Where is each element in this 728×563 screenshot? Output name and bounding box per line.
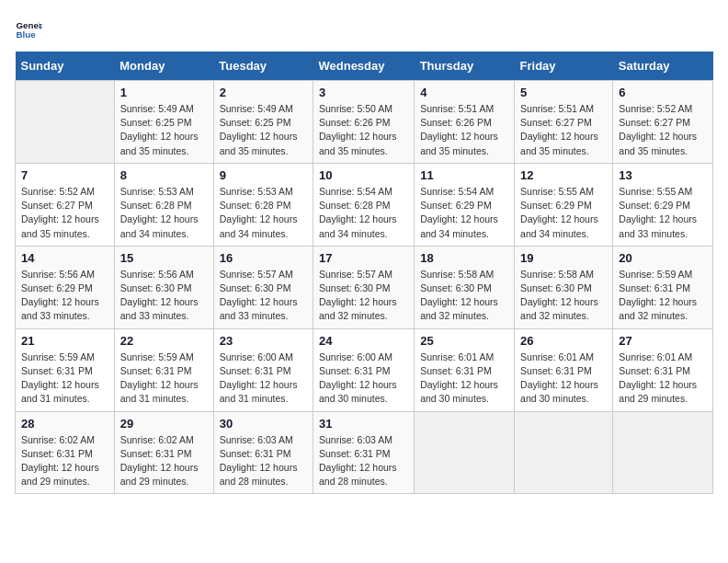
calendar-cell: 25Sunrise: 6:01 AM Sunset: 6:31 PM Dayli… xyxy=(415,328,515,411)
day-number: 6 xyxy=(619,86,707,99)
calendar-cell: 29Sunrise: 6:02 AM Sunset: 6:31 PM Dayli… xyxy=(114,411,213,494)
calendar-header-row: SundayMondayTuesdayWednesdayThursdayFrid… xyxy=(16,52,713,81)
calendar-cell: 16Sunrise: 5:57 AM Sunset: 6:30 PM Dayli… xyxy=(213,246,313,328)
day-info: Sunrise: 6:00 AM Sunset: 6:31 PM Dayligh… xyxy=(319,350,408,407)
day-number: 23 xyxy=(220,334,307,348)
calendar-cell: 19Sunrise: 5:58 AM Sunset: 6:30 PM Dayli… xyxy=(515,246,613,328)
day-info: Sunrise: 5:59 AM Sunset: 6:31 PM Dayligh… xyxy=(21,350,108,407)
day-info: Sunrise: 5:50 AM Sunset: 6:26 PM Dayligh… xyxy=(319,102,408,158)
day-number: 4 xyxy=(420,86,508,99)
calendar-cell: 20Sunrise: 5:59 AM Sunset: 6:31 PM Dayli… xyxy=(613,246,713,328)
day-number: 16 xyxy=(220,251,307,265)
day-info: Sunrise: 5:54 AM Sunset: 6:28 PM Dayligh… xyxy=(319,185,408,241)
day-number: 1 xyxy=(120,86,208,99)
calendar-week-row: 28Sunrise: 6:02 AM Sunset: 6:31 PM Dayli… xyxy=(16,411,713,494)
calendar-header-sunday: Sunday xyxy=(16,52,115,81)
calendar-cell: 28Sunrise: 6:02 AM Sunset: 6:31 PM Dayli… xyxy=(16,411,115,494)
calendar-header-thursday: Thursday xyxy=(415,52,515,81)
day-info: Sunrise: 5:51 AM Sunset: 6:27 PM Dayligh… xyxy=(520,102,607,158)
day-number: 2 xyxy=(220,86,307,99)
calendar-header-tuesday: Tuesday xyxy=(213,52,313,81)
calendar-week-row: 14Sunrise: 5:56 AM Sunset: 6:29 PM Dayli… xyxy=(16,246,713,328)
day-info: Sunrise: 5:51 AM Sunset: 6:26 PM Dayligh… xyxy=(420,102,508,158)
day-info: Sunrise: 5:58 AM Sunset: 6:30 PM Dayligh… xyxy=(420,268,508,324)
calendar-week-row: 7Sunrise: 5:52 AM Sunset: 6:27 PM Daylig… xyxy=(16,163,713,246)
calendar-cell: 4Sunrise: 5:51 AM Sunset: 6:26 PM Daylig… xyxy=(415,81,515,164)
day-number: 11 xyxy=(420,168,508,182)
day-info: Sunrise: 5:52 AM Sunset: 6:27 PM Dayligh… xyxy=(21,185,108,241)
day-number: 10 xyxy=(319,168,408,182)
day-number: 25 xyxy=(420,334,508,348)
calendar-cell: 7Sunrise: 5:52 AM Sunset: 6:27 PM Daylig… xyxy=(16,163,115,246)
calendar-cell: 21Sunrise: 5:59 AM Sunset: 6:31 PM Dayli… xyxy=(16,328,115,411)
day-info: Sunrise: 6:02 AM Sunset: 6:31 PM Dayligh… xyxy=(120,433,208,489)
calendar-cell: 22Sunrise: 5:59 AM Sunset: 6:31 PM Dayli… xyxy=(114,328,213,411)
day-number: 14 xyxy=(21,251,108,265)
day-number: 5 xyxy=(520,86,607,99)
day-number: 3 xyxy=(319,86,408,99)
calendar-body: 1Sunrise: 5:49 AM Sunset: 6:25 PM Daylig… xyxy=(16,81,713,494)
calendar-cell: 2Sunrise: 5:49 AM Sunset: 6:25 PM Daylig… xyxy=(213,81,313,164)
calendar-cell: 5Sunrise: 5:51 AM Sunset: 6:27 PM Daylig… xyxy=(515,81,613,164)
day-number: 29 xyxy=(120,417,208,431)
day-number: 24 xyxy=(319,334,408,348)
calendar-cell: 13Sunrise: 5:55 AM Sunset: 6:29 PM Dayli… xyxy=(613,163,713,246)
calendar-cell xyxy=(613,411,713,494)
day-info: Sunrise: 6:02 AM Sunset: 6:31 PM Dayligh… xyxy=(21,433,108,489)
calendar-cell: 8Sunrise: 5:53 AM Sunset: 6:28 PM Daylig… xyxy=(114,163,213,246)
calendar-cell: 30Sunrise: 6:03 AM Sunset: 6:31 PM Dayli… xyxy=(213,411,313,494)
day-number: 20 xyxy=(619,251,707,265)
day-info: Sunrise: 5:53 AM Sunset: 6:28 PM Dayligh… xyxy=(120,185,208,241)
day-info: Sunrise: 5:55 AM Sunset: 6:29 PM Dayligh… xyxy=(619,185,707,241)
calendar-header-wednesday: Wednesday xyxy=(313,52,414,81)
calendar-table: SundayMondayTuesdayWednesdayThursdayFrid… xyxy=(15,52,713,494)
day-number: 21 xyxy=(21,334,108,348)
day-number: 12 xyxy=(520,168,607,182)
logo: General Blue xyxy=(15,15,46,42)
day-number: 17 xyxy=(319,251,408,265)
header: General Blue xyxy=(15,15,713,42)
day-number: 7 xyxy=(21,168,108,182)
calendar-cell xyxy=(515,411,613,494)
day-info: Sunrise: 5:58 AM Sunset: 6:30 PM Dayligh… xyxy=(520,268,607,324)
calendar-header-saturday: Saturday xyxy=(613,52,713,81)
day-info: Sunrise: 5:57 AM Sunset: 6:30 PM Dayligh… xyxy=(220,268,307,324)
calendar-cell: 3Sunrise: 5:50 AM Sunset: 6:26 PM Daylig… xyxy=(313,81,414,164)
calendar-cell: 14Sunrise: 5:56 AM Sunset: 6:29 PM Dayli… xyxy=(16,246,115,328)
day-info: Sunrise: 5:49 AM Sunset: 6:25 PM Dayligh… xyxy=(220,102,307,158)
day-number: 13 xyxy=(619,168,707,182)
calendar-cell: 10Sunrise: 5:54 AM Sunset: 6:28 PM Dayli… xyxy=(313,163,414,246)
day-info: Sunrise: 5:59 AM Sunset: 6:31 PM Dayligh… xyxy=(120,350,208,407)
day-number: 18 xyxy=(420,251,508,265)
day-info: Sunrise: 6:01 AM Sunset: 6:31 PM Dayligh… xyxy=(520,350,607,407)
day-info: Sunrise: 6:01 AM Sunset: 6:31 PM Dayligh… xyxy=(619,350,707,407)
calendar-cell: 1Sunrise: 5:49 AM Sunset: 6:25 PM Daylig… xyxy=(114,81,213,164)
day-info: Sunrise: 6:00 AM Sunset: 6:31 PM Dayligh… xyxy=(220,350,307,407)
calendar-cell: 15Sunrise: 5:56 AM Sunset: 6:30 PM Dayli… xyxy=(114,246,213,328)
day-info: Sunrise: 5:52 AM Sunset: 6:27 PM Dayligh… xyxy=(619,102,707,158)
day-info: Sunrise: 5:59 AM Sunset: 6:31 PM Dayligh… xyxy=(619,268,707,324)
calendar-cell xyxy=(415,411,515,494)
day-number: 15 xyxy=(120,251,208,265)
calendar-cell: 17Sunrise: 5:57 AM Sunset: 6:30 PM Dayli… xyxy=(313,246,414,328)
calendar-header-monday: Monday xyxy=(114,52,213,81)
day-info: Sunrise: 6:03 AM Sunset: 6:31 PM Dayligh… xyxy=(319,433,408,489)
calendar-week-row: 21Sunrise: 5:59 AM Sunset: 6:31 PM Dayli… xyxy=(16,328,713,411)
day-number: 27 xyxy=(619,334,707,348)
day-info: Sunrise: 5:54 AM Sunset: 6:29 PM Dayligh… xyxy=(420,185,508,241)
svg-text:Blue: Blue xyxy=(17,29,37,40)
day-info: Sunrise: 6:03 AM Sunset: 6:31 PM Dayligh… xyxy=(220,433,307,489)
calendar-cell: 27Sunrise: 6:01 AM Sunset: 6:31 PM Dayli… xyxy=(613,328,713,411)
calendar-cell: 31Sunrise: 6:03 AM Sunset: 6:31 PM Dayli… xyxy=(313,411,414,494)
calendar-cell: 23Sunrise: 6:00 AM Sunset: 6:31 PM Dayli… xyxy=(213,328,313,411)
day-info: Sunrise: 5:56 AM Sunset: 6:29 PM Dayligh… xyxy=(21,268,108,324)
calendar-cell: 6Sunrise: 5:52 AM Sunset: 6:27 PM Daylig… xyxy=(613,81,713,164)
calendar-cell: 12Sunrise: 5:55 AM Sunset: 6:29 PM Dayli… xyxy=(515,163,613,246)
calendar-cell: 11Sunrise: 5:54 AM Sunset: 6:29 PM Dayli… xyxy=(415,163,515,246)
day-info: Sunrise: 5:56 AM Sunset: 6:30 PM Dayligh… xyxy=(120,268,208,324)
day-info: Sunrise: 6:01 AM Sunset: 6:31 PM Dayligh… xyxy=(420,350,508,407)
calendar-cell xyxy=(16,81,115,164)
day-info: Sunrise: 5:49 AM Sunset: 6:25 PM Dayligh… xyxy=(120,102,208,158)
day-number: 8 xyxy=(120,168,208,182)
day-number: 26 xyxy=(520,334,607,348)
